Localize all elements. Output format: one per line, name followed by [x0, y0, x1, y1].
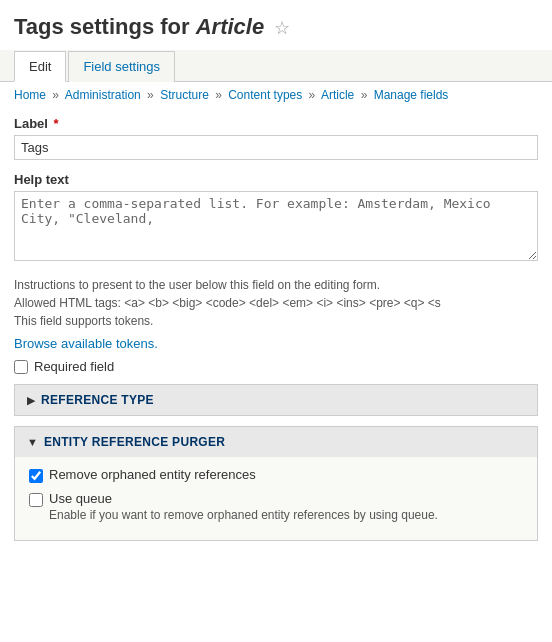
bookmark-icon[interactable]: ☆ — [274, 18, 290, 38]
required-field-label: Required field — [34, 359, 114, 374]
entity-reference-purger-arrow: ▼ — [27, 436, 38, 448]
tabs-bar: Edit Field settings — [0, 50, 552, 82]
remove-orphaned-row: Remove orphaned entity references — [29, 467, 523, 483]
label-field-group: Label * — [14, 116, 538, 160]
label-text: Label — [14, 116, 48, 131]
tokens-section: Browse available tokens. — [14, 336, 538, 351]
use-queue-description: Enable if you want to remove orphaned en… — [49, 508, 438, 522]
breadcrumb-administration[interactable]: Administration — [65, 88, 141, 102]
breadcrumb-sep-4: » — [309, 88, 316, 102]
browse-tokens-link[interactable]: Browse available tokens. — [14, 336, 158, 351]
tab-field-settings[interactable]: Field settings — [68, 51, 175, 82]
reference-type-arrow: ▶ — [27, 394, 35, 407]
required-star: * — [50, 116, 59, 131]
required-field-row: Required field — [14, 359, 538, 374]
tab-edit[interactable]: Edit — [14, 51, 66, 82]
reference-type-title: REFERENCE TYPE — [41, 393, 154, 407]
breadcrumb-structure[interactable]: Structure — [160, 88, 209, 102]
label-field-label: Label * — [14, 116, 538, 131]
page-title: Tags settings for Article ☆ — [14, 14, 538, 40]
use-queue-label: Use queue — [49, 491, 438, 506]
breadcrumb-home[interactable]: Home — [14, 88, 46, 102]
reference-type-section: ▶ REFERENCE TYPE — [14, 384, 538, 416]
remove-orphaned-label: Remove orphaned entity references — [49, 467, 256, 482]
remove-orphaned-col: Remove orphaned entity references — [49, 467, 256, 482]
remove-orphaned-checkbox[interactable] — [29, 469, 43, 483]
form-content: Label * Help text Enter a comma-separate… — [0, 108, 552, 565]
label-input[interactable] — [14, 135, 538, 160]
breadcrumb-sep-2: » — [147, 88, 154, 102]
use-queue-row: Use queue Enable if you want to remove o… — [29, 491, 523, 522]
breadcrumb-manage-fields[interactable]: Manage fields — [374, 88, 449, 102]
use-queue-col: Use queue Enable if you want to remove o… — [49, 491, 438, 522]
breadcrumb-sep-1: » — [52, 88, 59, 102]
description-line-1: Instructions to present to the user belo… — [14, 276, 538, 294]
help-text-label: Help text — [14, 172, 538, 187]
required-field-checkbox[interactable] — [14, 360, 28, 374]
breadcrumb-sep-5: » — [361, 88, 368, 102]
breadcrumb-content-types[interactable]: Content types — [228, 88, 302, 102]
reference-type-header[interactable]: ▶ REFERENCE TYPE — [15, 385, 537, 415]
description-line-2: Allowed HTML tags: <a> <b> <big> <code> … — [14, 294, 538, 312]
help-text-field-group: Help text Enter a comma-separated list. … — [14, 172, 538, 264]
field-description: Instructions to present to the user belo… — [14, 276, 538, 330]
breadcrumb-sep-3: » — [215, 88, 222, 102]
description-line-3: This field supports tokens. — [14, 312, 538, 330]
entity-reference-purger-title: ENTITY REFERENCE PURGER — [44, 435, 225, 449]
page-header: Tags settings for Article ☆ — [0, 0, 552, 50]
help-text-input[interactable]: Enter a comma-separated list. For exampl… — [14, 191, 538, 261]
entity-reference-purger-body: Remove orphaned entity references Use qu… — [15, 457, 537, 540]
entity-reference-purger-section: ▼ ENTITY REFERENCE PURGER Remove orphane… — [14, 426, 538, 541]
breadcrumb-article[interactable]: Article — [321, 88, 354, 102]
entity-reference-purger-header[interactable]: ▼ ENTITY REFERENCE PURGER — [15, 427, 537, 457]
use-queue-checkbox[interactable] — [29, 493, 43, 507]
title-italic: Article — [196, 14, 264, 39]
title-prefix: Tags settings for — [14, 14, 196, 39]
breadcrumb: Home » Administration » Structure » Cont… — [0, 82, 552, 108]
